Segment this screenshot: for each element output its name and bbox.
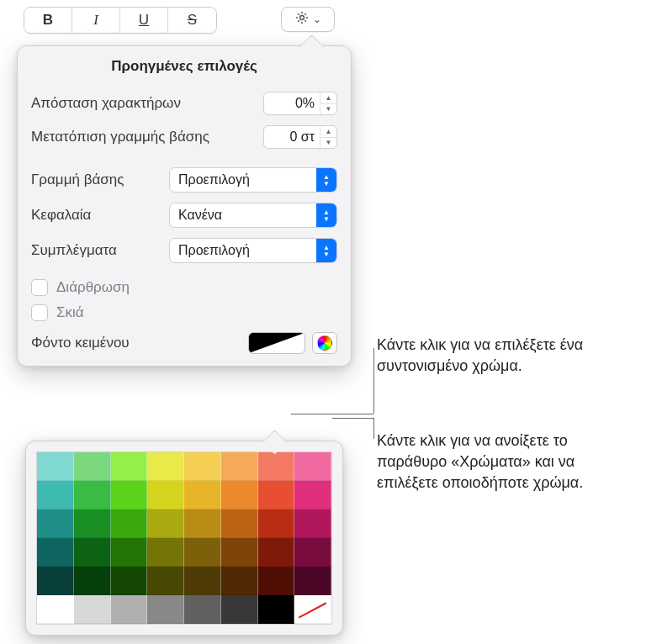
swatch-grid xyxy=(36,451,332,625)
color-swatch[interactable] xyxy=(258,538,295,567)
dropdown-arrows-icon: ▲▼ xyxy=(316,168,336,192)
callout-colors-window: Κάντε κλικ για να ανοίξετε το παράθυρο «… xyxy=(377,430,638,494)
color-swatch[interactable] xyxy=(221,595,258,624)
ligatures-dropdown[interactable]: Προεπιλογή ▲▼ xyxy=(169,238,337,263)
color-swatch[interactable] xyxy=(74,538,111,567)
baseline-shift-row: Μετατόπιση γραμμής βάσης 0 στ ▲ ▼ xyxy=(18,120,351,154)
dropdown-arrows-icon: ▲▼ xyxy=(316,239,336,262)
italic-button[interactable]: I xyxy=(72,8,120,33)
color-swatch[interactable] xyxy=(147,481,184,509)
underline-button[interactable]: U xyxy=(120,8,168,33)
color-swatch[interactable] xyxy=(111,538,148,567)
color-swatch[interactable] xyxy=(37,509,74,538)
color-swatch[interactable] xyxy=(74,509,111,538)
color-swatch[interactable] xyxy=(221,538,258,567)
text-background-color-well[interactable] xyxy=(248,332,305,354)
color-swatch[interactable] xyxy=(37,481,74,509)
color-swatch[interactable] xyxy=(294,481,331,509)
color-swatch[interactable] xyxy=(184,595,221,624)
color-swatch[interactable] xyxy=(184,481,221,509)
text-background-label: Φόντο κειμένου xyxy=(31,335,248,351)
color-swatch[interactable] xyxy=(221,567,258,595)
color-swatch[interactable] xyxy=(147,567,184,595)
color-swatch[interactable] xyxy=(74,481,111,509)
callout-leader xyxy=(373,348,374,414)
strikethrough-button[interactable]: S xyxy=(168,8,216,33)
color-swatch[interactable] xyxy=(147,452,184,481)
bold-button[interactable]: B xyxy=(24,8,72,33)
text-style-segment: B I U S xyxy=(24,7,217,34)
color-swatch[interactable] xyxy=(147,538,184,567)
baseline-shift-field[interactable]: 0 στ ▲ ▼ xyxy=(263,125,337,149)
color-swatch[interactable] xyxy=(221,452,258,481)
text-background-row: Φόντο κειμένου xyxy=(18,325,351,366)
char-spacing-stepper[interactable]: ▲ ▼ xyxy=(320,92,336,114)
color-swatch[interactable] xyxy=(294,509,331,538)
color-swatch[interactable] xyxy=(294,567,331,595)
baseline-row: Γραμμή βάσης Προεπιλογή ▲▼ xyxy=(18,162,351,198)
color-swatch[interactable] xyxy=(111,481,148,509)
color-swatch[interactable] xyxy=(111,567,148,595)
color-swatch[interactable] xyxy=(74,567,111,595)
articulation-checkbox[interactable] xyxy=(31,279,48,296)
articulation-checkbox-row: Διάρθρωση xyxy=(18,275,351,300)
color-swatch[interactable] xyxy=(258,567,295,595)
color-swatch[interactable] xyxy=(184,509,221,538)
color-swatch[interactable] xyxy=(74,452,111,481)
color-swatch[interactable] xyxy=(111,595,148,624)
shadow-label: Σκιά xyxy=(56,304,84,321)
color-swatch[interactable] xyxy=(147,509,184,538)
color-swatch[interactable] xyxy=(258,452,295,481)
svg-point-0 xyxy=(300,16,305,20)
color-swatches-popover xyxy=(25,441,343,636)
color-swatch[interactable] xyxy=(74,595,111,624)
color-swatch[interactable] xyxy=(294,452,331,481)
baseline-label: Γραμμή βάσης xyxy=(31,172,169,188)
color-swatch[interactable] xyxy=(258,509,295,538)
format-toolbar: B I U S ⌄ xyxy=(24,7,335,34)
color-swatch[interactable] xyxy=(37,595,74,624)
color-swatch[interactable] xyxy=(221,509,258,538)
ligatures-value: Προεπιλογή xyxy=(170,243,316,258)
color-swatch[interactable] xyxy=(184,538,221,567)
color-swatch[interactable] xyxy=(184,567,221,595)
caps-label: Κεφαλαία xyxy=(31,207,169,224)
color-swatch[interactable] xyxy=(111,452,148,481)
stepper-down-icon[interactable]: ▼ xyxy=(320,138,336,149)
baseline-shift-value: 0 στ xyxy=(264,129,320,145)
callout-leader xyxy=(332,418,373,419)
color-swatch[interactable] xyxy=(294,595,331,624)
color-swatch[interactable] xyxy=(221,481,258,509)
gear-icon xyxy=(294,10,310,29)
dropdown-arrows-icon: ▲▼ xyxy=(316,203,336,227)
stepper-up-icon[interactable]: ▲ xyxy=(320,92,336,104)
shadow-checkbox[interactable] xyxy=(31,304,48,321)
baseline-dropdown[interactable]: Προεπιλογή ▲▼ xyxy=(169,167,337,193)
baseline-value: Προεπιλογή xyxy=(170,172,316,187)
color-swatch[interactable] xyxy=(294,538,331,567)
panel-title: Προηγμένες επιλογές xyxy=(18,58,351,75)
callout-coordinated-color: Κάντε κλικ για να επιλέξετε ένα συντονισ… xyxy=(377,335,638,377)
color-swatch[interactable] xyxy=(37,452,74,481)
color-swatch[interactable] xyxy=(37,567,74,595)
char-spacing-field[interactable]: 0% ▲ ▼ xyxy=(263,92,337,115)
caps-value: Κανένα xyxy=(170,208,316,223)
color-swatch[interactable] xyxy=(184,452,221,481)
char-spacing-value: 0% xyxy=(264,96,320,111)
baseline-shift-stepper[interactable]: ▲ ▼ xyxy=(320,126,336,148)
chevron-down-icon: ⌄ xyxy=(313,13,321,25)
stepper-down-icon[interactable]: ▼ xyxy=(320,104,336,115)
caps-dropdown[interactable]: Κανένα ▲▼ xyxy=(169,203,337,228)
color-swatch[interactable] xyxy=(37,538,74,567)
color-swatch[interactable] xyxy=(111,509,148,538)
shadow-checkbox-row: Σκιά xyxy=(18,300,351,325)
advanced-options-gear[interactable]: ⌄ xyxy=(281,7,335,32)
baseline-shift-label: Μετατόπιση γραμμής βάσης xyxy=(31,129,263,145)
color-swatch[interactable] xyxy=(258,595,295,624)
caps-row: Κεφαλαία Κανένα ▲▼ xyxy=(18,198,351,233)
color-swatch[interactable] xyxy=(147,595,184,624)
char-spacing-row: Απόσταση χαρακτήρων 0% ▲ ▼ xyxy=(18,87,351,120)
stepper-up-icon[interactable]: ▲ xyxy=(320,126,336,138)
color-swatch[interactable] xyxy=(258,481,295,509)
color-picker-button[interactable] xyxy=(312,332,337,354)
